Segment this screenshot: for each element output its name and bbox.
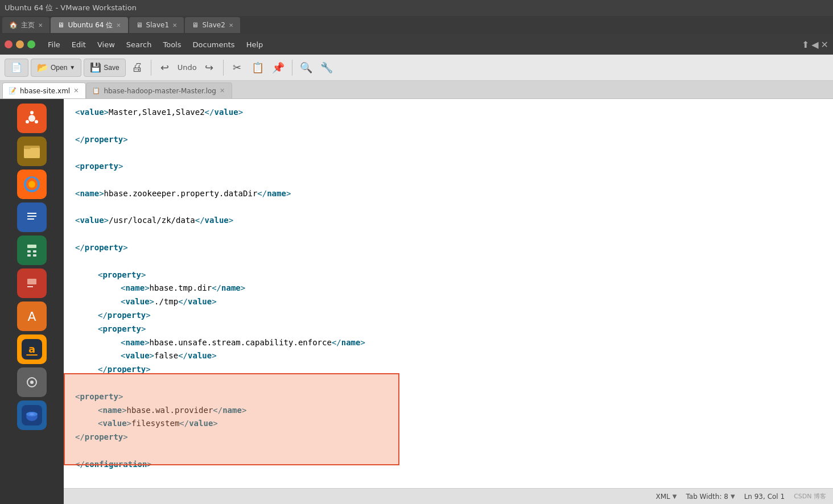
launcher-ubuntu[interactable] xyxy=(17,104,47,133)
search-button[interactable]: 🔍 xyxy=(297,59,315,77)
search-icon: 🔍 xyxy=(300,61,312,74)
vm-tab-home-label: 主页 xyxy=(21,20,35,30)
code-line-9: <value>./tmp</value> xyxy=(75,295,822,309)
menu-search[interactable]: Search xyxy=(121,38,158,51)
vm-tab-slave2[interactable]: 🖥 Slave2 ✕ xyxy=(185,17,240,33)
code-line-blank-7 xyxy=(75,377,822,390)
vm-tab-ubuntu[interactable]: 🖥 Ubuntu 64 位 ✕ xyxy=(51,17,127,33)
statusbar-language[interactable]: XML ▼ xyxy=(655,493,677,501)
vm-tabs-row: 🏠 主页 ✕ 🖥 Ubuntu 64 位 ✕ 🖥 Slave1 ✕ 🖥 Slav… xyxy=(0,16,833,34)
launcher-amazon[interactable]: a xyxy=(17,334,47,364)
statusbar-language-label: XML xyxy=(655,493,670,501)
launcher-disk[interactable] xyxy=(17,400,47,430)
undo-button[interactable]: ↩ xyxy=(156,59,174,77)
code-line-1: <value>Master,Slave1,Slave2</value> xyxy=(75,106,822,119)
code-line-blank-1 xyxy=(75,119,822,133)
gedit-statusbar: XML ▼ Tab Width: 8 ▼ Ln 93, Col 1 CSDN 博… xyxy=(64,488,833,504)
vm-tab-slave2-close[interactable]: ✕ xyxy=(229,22,233,28)
menu-file[interactable]: File xyxy=(42,38,66,51)
tab-hbase-site[interactable]: 📝 hbase-site.xml ✕ xyxy=(2,82,86,98)
tab-hbase-site-close[interactable]: ✕ xyxy=(73,87,79,94)
svg-rect-16 xyxy=(27,250,31,253)
svg-rect-21 xyxy=(27,279,36,284)
tab-hbase-log[interactable]: 📋 hbase-hadoop-master-Master.log ✕ xyxy=(86,82,232,98)
svg-rect-7 xyxy=(24,146,31,149)
tab-hbase-log-close[interactable]: ✕ xyxy=(220,87,225,94)
statusbar-watermark: CSDN 博客 xyxy=(794,492,826,501)
menu-edit[interactable]: Edit xyxy=(66,38,92,51)
print-button[interactable]: 🖨 xyxy=(128,59,146,77)
tab-hbase-site-label: hbase-site.xml xyxy=(20,87,70,95)
svg-rect-19 xyxy=(33,254,36,257)
replace-icon: 🔧 xyxy=(320,61,333,74)
minimize-button[interactable] xyxy=(16,40,24,48)
redo-button[interactable]: ↪ xyxy=(200,59,218,77)
paste-button[interactable]: 📌 xyxy=(269,59,287,77)
statusbar-tabwidth-arrow: ▼ xyxy=(731,493,735,499)
code-line-14: </property> xyxy=(75,363,822,377)
menu-help[interactable]: Help xyxy=(241,38,269,51)
code-line-2: </property> xyxy=(75,133,822,147)
menu-view[interactable]: View xyxy=(92,38,121,51)
new-button[interactable]: 📄 xyxy=(5,59,28,77)
launcher-firefox[interactable] xyxy=(17,170,47,199)
open-button[interactable]: 📂 Open ▼ xyxy=(31,59,81,77)
copy-icon: 📋 xyxy=(251,61,264,74)
statusbar-watermark-label: CSDN 博客 xyxy=(794,492,826,501)
ubuntu-launcher: A a xyxy=(0,99,64,504)
redo-icon: ↪ xyxy=(205,61,213,74)
menu-tools[interactable]: Tools xyxy=(157,38,187,51)
launcher-writer[interactable] xyxy=(17,203,47,232)
copy-button[interactable]: 📋 xyxy=(249,59,267,77)
save-label: Save xyxy=(104,64,119,72)
resize-up-icon[interactable]: ⬆ xyxy=(802,39,809,50)
replace-button[interactable]: 🔧 xyxy=(317,59,336,77)
statusbar-right: XML ▼ Tab Width: 8 ▼ Ln 93, Col 1 CSDN 博… xyxy=(655,492,826,501)
tab-hbase-log-label: hbase-hadoop-master-Master.log xyxy=(104,87,216,95)
svg-point-2 xyxy=(30,111,34,114)
editor-area[interactable]: <value>Master,Slave1,Slave2</value> </pr… xyxy=(64,99,833,504)
open-icon: 📂 xyxy=(37,62,48,73)
vm-tab-slave1[interactable]: 🖥 Slave1 ✕ xyxy=(129,17,184,33)
launcher-impress[interactable] xyxy=(17,268,47,298)
open-label: Open xyxy=(51,64,67,72)
vm-tab-home[interactable]: 🏠 主页 ✕ xyxy=(2,17,50,33)
launcher-appstore[interactable]: A xyxy=(17,301,47,331)
svg-rect-10 xyxy=(25,209,39,225)
code-line-blank-5 xyxy=(75,228,822,241)
cut-button[interactable]: ✂ xyxy=(228,59,246,77)
launcher-files[interactable] xyxy=(17,137,47,166)
close-button[interactable] xyxy=(5,40,13,48)
code-line-5: <value>/usr/local/zk/data</value> xyxy=(75,214,822,228)
toolbar-separator-2 xyxy=(223,60,224,76)
close-window-icon[interactable]: ✕ xyxy=(821,39,828,50)
vm-tab-slave1-close[interactable]: ✕ xyxy=(172,22,177,28)
title-bar: Ubuntu 64 位 - VMware Workstation xyxy=(0,0,833,16)
gedit-menubar: File Edit View Search Tools Documents He… xyxy=(0,34,833,55)
vm-tab-home-close[interactable]: ✕ xyxy=(38,22,43,28)
svg-point-30 xyxy=(30,381,34,384)
code-line-10: </property> xyxy=(75,309,822,323)
resize-icon[interactable]: ◀ xyxy=(811,39,818,50)
vm-tab-slave1-icon: 🖥 xyxy=(136,21,143,29)
code-line-18: </property> xyxy=(75,431,822,444)
launcher-settings[interactable] xyxy=(17,367,47,397)
statusbar-tabwidth[interactable]: Tab Width: 8 ▼ xyxy=(686,493,735,501)
statusbar-tabwidth-label: Tab Width: 8 xyxy=(686,493,728,501)
svg-rect-12 xyxy=(27,216,36,217)
svg-rect-17 xyxy=(33,250,36,253)
menubar-right: ⬆ ◀ ✕ xyxy=(802,39,828,50)
menu-documents[interactable]: Documents xyxy=(187,38,241,51)
save-button[interactable]: 💾 Save xyxy=(84,59,125,77)
code-editor[interactable]: <value>Master,Slave1,Slave2</value> </pr… xyxy=(64,99,833,488)
svg-text:a: a xyxy=(28,343,35,355)
launcher-calc[interactable] xyxy=(17,236,47,265)
maximize-button[interactable] xyxy=(27,40,35,48)
vm-tab-ubuntu-close[interactable]: ✕ xyxy=(116,22,121,28)
toolbar-separator-3 xyxy=(292,60,292,76)
vm-tab-ubuntu-icon: 🖥 xyxy=(57,21,64,29)
vm-tab-slave2-label: Slave2 xyxy=(202,21,225,29)
new-icon: 📄 xyxy=(11,62,22,73)
tab-hbase-site-icon: 📝 xyxy=(9,87,17,94)
vm-tab-slave1-label: Slave1 xyxy=(146,21,169,29)
